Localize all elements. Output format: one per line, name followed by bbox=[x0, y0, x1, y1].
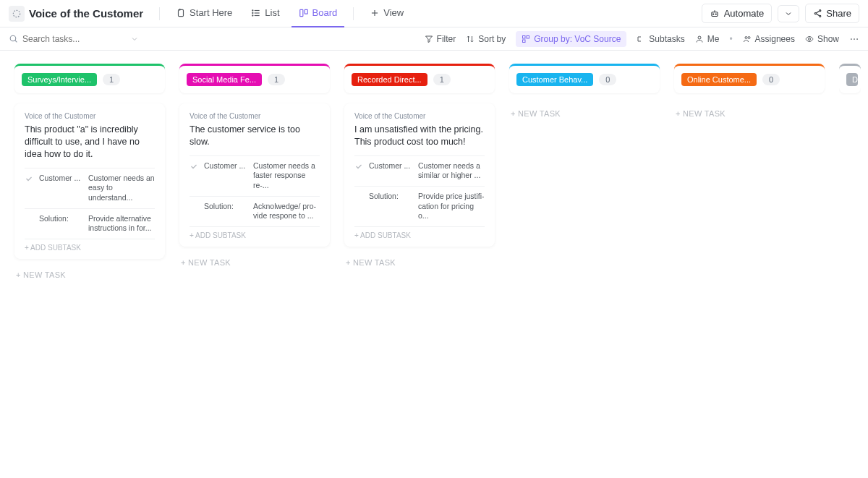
me-button[interactable]: Me bbox=[695, 34, 720, 44]
check-icon bbox=[354, 192, 363, 201]
subtask-text: Provide price justifi-cation for pricing… bbox=[418, 192, 485, 221]
column-label: Social Media Fe... bbox=[187, 73, 262, 86]
svg-rect-8 bbox=[299, 9, 302, 16]
share-button[interactable]: Share bbox=[805, 4, 859, 23]
column-count: 1 bbox=[433, 74, 451, 85]
svg-point-17 bbox=[814, 12, 816, 14]
subtask-label: Customer ... bbox=[204, 161, 247, 170]
search-input[interactable] bbox=[22, 34, 102, 44]
subtask-row[interactable]: Solution:Provide alternative instruction… bbox=[25, 208, 155, 239]
chevron-down-icon[interactable] bbox=[130, 35, 139, 43]
me-label: Me bbox=[707, 34, 720, 44]
task-card[interactable]: Voice of the CustomerThis product "a" is… bbox=[14, 103, 165, 259]
new-task-button[interactable]: + NEW TASK bbox=[674, 103, 825, 124]
column-label: Recorded Direct... bbox=[352, 73, 427, 86]
new-task-button[interactable]: + NEW TASK bbox=[509, 103, 660, 124]
subtask-text: Acknolwedge/ pro-vide respone to ... bbox=[253, 202, 320, 221]
svg-rect-1 bbox=[179, 9, 184, 16]
toolbar-right: Filter Sort by Group by: VoC Source Subt… bbox=[425, 31, 859, 47]
sort-button[interactable]: Sort by bbox=[466, 34, 506, 44]
svg-point-28 bbox=[745, 36, 747, 38]
person-icon bbox=[695, 35, 704, 43]
tab-board[interactable]: Board bbox=[292, 0, 345, 27]
subtask-label: Solution: bbox=[369, 192, 412, 200]
filter-label: Filter bbox=[437, 34, 456, 44]
column-header[interactable]: Recorded Direct...1 bbox=[344, 64, 495, 93]
svg-point-6 bbox=[252, 12, 253, 13]
svg-point-18 bbox=[820, 15, 821, 17]
filter-icon bbox=[425, 35, 433, 43]
subtask-row[interactable]: Customer ...Customer needs a faster resp… bbox=[190, 155, 320, 196]
subtask-row[interactable]: Solution:Acknolwedge/ pro-vide respone t… bbox=[190, 196, 320, 226]
column-label: Online Custome... bbox=[681, 73, 757, 86]
automate-button[interactable]: Automate bbox=[702, 4, 773, 23]
assignees-button[interactable]: Assignees bbox=[743, 34, 795, 44]
column-header[interactable]: Customer Behav...0 bbox=[509, 64, 660, 93]
subtask-label: Solution: bbox=[39, 214, 82, 223]
list-icon bbox=[251, 8, 261, 18]
subtask-label: Customer ... bbox=[39, 174, 82, 182]
board-column: Customer Behav...0+ NEW TASK bbox=[509, 64, 660, 124]
doc-arrow-icon bbox=[176, 8, 186, 18]
add-subtask-button[interactable]: + ADD SUBTASK bbox=[25, 239, 155, 253]
check-icon bbox=[354, 162, 363, 171]
card-title: The customer service is too slow. bbox=[190, 124, 320, 148]
header-right: Automate Share bbox=[702, 4, 859, 23]
new-task-button[interactable]: + NEW TASK bbox=[344, 252, 495, 273]
filter-button[interactable]: Filter bbox=[425, 34, 456, 44]
show-button[interactable]: Show bbox=[805, 34, 839, 44]
svg-point-33 bbox=[856, 38, 858, 40]
card-project: Voice of the Customer bbox=[25, 112, 155, 120]
automate-dropdown[interactable] bbox=[778, 5, 799, 22]
add-subtask-button[interactable]: + ADD SUBTASK bbox=[354, 226, 485, 241]
dot-separator: • bbox=[729, 34, 732, 44]
more-button[interactable] bbox=[849, 34, 859, 44]
svg-point-29 bbox=[748, 36, 750, 38]
share-label: Share bbox=[826, 8, 851, 19]
svg-marker-23 bbox=[425, 36, 432, 43]
svg-point-21 bbox=[10, 35, 16, 41]
column-header[interactable]: Dir bbox=[839, 64, 861, 93]
sort-icon bbox=[466, 35, 475, 43]
subtask-row[interactable]: Solution:Provide price justifi-cation fo… bbox=[354, 186, 485, 226]
column-label: Surveys/Intervie... bbox=[22, 73, 97, 86]
new-task-button[interactable]: + NEW TASK bbox=[179, 252, 330, 273]
search-wrap[interactable] bbox=[9, 34, 139, 44]
check-icon bbox=[190, 202, 198, 211]
column-count: 1 bbox=[103, 74, 120, 85]
subtasks-button[interactable]: Subtasks bbox=[637, 34, 684, 44]
board-column: Social Media Fe...1Voice of the Customer… bbox=[179, 64, 330, 273]
new-task-button[interactable]: + NEW TASK bbox=[14, 265, 165, 285]
column-header[interactable]: Social Media Fe...1 bbox=[179, 64, 330, 93]
svg-line-22 bbox=[15, 40, 17, 43]
column-count: 0 bbox=[762, 74, 780, 85]
task-card[interactable]: Voice of the CustomerThe customer servic… bbox=[179, 103, 330, 247]
subtask-text: Customer needs an easy to understand... bbox=[88, 174, 155, 203]
tab-label: Start Here bbox=[190, 7, 232, 18]
assignees-label: Assignees bbox=[755, 34, 795, 44]
card-project: Voice of the Customer bbox=[354, 112, 485, 120]
group-icon bbox=[522, 35, 530, 43]
tab-list[interactable]: List bbox=[244, 0, 286, 27]
add-subtask-button[interactable]: + ADD SUBTASK bbox=[190, 226, 320, 241]
tab-label: Board bbox=[312, 7, 338, 18]
share-icon bbox=[813, 9, 822, 18]
group-by-button[interactable]: Group by: VoC Source bbox=[516, 31, 626, 47]
board-container: Surveys/Intervie...1Voice of the Custome… bbox=[0, 51, 868, 298]
svg-rect-12 bbox=[712, 12, 718, 16]
column-header[interactable]: Online Custome...0 bbox=[674, 64, 825, 93]
column-count: 1 bbox=[268, 74, 285, 85]
subtask-row[interactable]: Customer ...Customer needs an easy to un… bbox=[25, 168, 155, 208]
subtask-row[interactable]: Customer ...Customer needs a similar or … bbox=[354, 155, 485, 186]
workspace-icon[interactable] bbox=[9, 6, 25, 22]
board-column: Dir bbox=[839, 64, 861, 103]
column-header[interactable]: Surveys/Intervie...1 bbox=[14, 64, 165, 93]
robot-icon bbox=[710, 9, 720, 19]
svg-point-30 bbox=[808, 38, 810, 40]
tab-start-here[interactable]: Start Here bbox=[169, 0, 239, 27]
tab-add-view[interactable]: View bbox=[362, 0, 411, 27]
people-icon bbox=[743, 35, 752, 43]
task-card[interactable]: Voice of the CustomerI am unsatisfied wi… bbox=[344, 103, 495, 247]
card-title: This product "a" is incredibly difficult… bbox=[25, 124, 155, 161]
svg-line-20 bbox=[817, 14, 820, 16]
